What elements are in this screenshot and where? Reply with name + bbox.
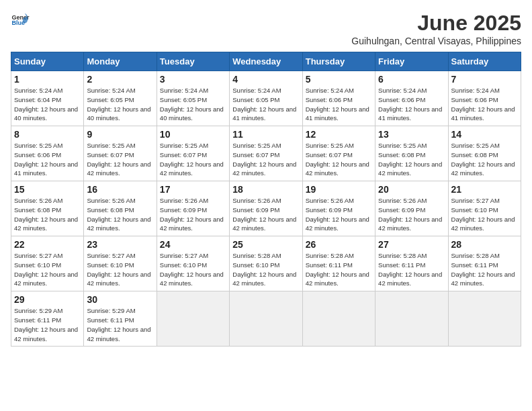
- day-number: 20: [378, 184, 445, 195]
- day-number: 3: [160, 74, 226, 85]
- col-monday: Monday: [84, 52, 157, 71]
- day-info: Sunrise: 5:25 AM Sunset: 6:06 PM Dayligh…: [14, 141, 81, 178]
- day-number: 18: [232, 184, 299, 195]
- calendar-cell: 21 Sunrise: 5:27 AM Sunset: 6:10 PM Dayl…: [448, 181, 521, 236]
- day-number: 4: [232, 74, 299, 85]
- day-number: 19: [306, 184, 372, 195]
- col-tuesday: Tuesday: [157, 52, 229, 71]
- week-row-1: 1 Sunrise: 5:24 AM Sunset: 6:04 PM Dayli…: [11, 71, 521, 126]
- calendar-cell: 2 Sunrise: 5:24 AM Sunset: 6:05 PM Dayli…: [84, 71, 157, 126]
- day-number: 22: [14, 239, 81, 250]
- day-info: Sunrise: 5:25 AM Sunset: 6:07 PM Dayligh…: [87, 141, 153, 178]
- day-number: 21: [451, 184, 518, 195]
- logo-icon: General Blue: [11, 11, 30, 30]
- calendar-cell: 11 Sunrise: 5:25 AM Sunset: 6:07 PM Dayl…: [230, 126, 302, 181]
- header-row: Sunday Monday Tuesday Wednesday Thursday…: [11, 52, 521, 71]
- calendar-cell: 7 Sunrise: 5:24 AM Sunset: 6:06 PM Dayli…: [448, 71, 521, 126]
- day-number: 8: [14, 129, 81, 140]
- calendar-cell: [157, 291, 229, 347]
- day-info: Sunrise: 5:26 AM Sunset: 6:08 PM Dayligh…: [14, 196, 81, 233]
- day-number: 2: [87, 74, 153, 85]
- day-number: 1: [14, 74, 81, 85]
- day-info: Sunrise: 5:25 AM Sunset: 6:08 PM Dayligh…: [378, 141, 445, 178]
- col-thursday: Thursday: [302, 52, 375, 71]
- calendar-cell: 3 Sunrise: 5:24 AM Sunset: 6:05 PM Dayli…: [157, 71, 229, 126]
- location-title: Guihulngan, Central Visayas, Philippines: [351, 36, 521, 46]
- day-info: Sunrise: 5:27 AM Sunset: 6:10 PM Dayligh…: [451, 196, 518, 233]
- day-number: 6: [378, 74, 445, 85]
- day-info: Sunrise: 5:26 AM Sunset: 6:09 PM Dayligh…: [306, 196, 372, 233]
- day-info: Sunrise: 5:27 AM Sunset: 6:10 PM Dayligh…: [87, 251, 153, 288]
- day-number: 30: [87, 294, 153, 305]
- day-info: Sunrise: 5:29 AM Sunset: 6:11 PM Dayligh…: [14, 306, 81, 343]
- day-info: Sunrise: 5:28 AM Sunset: 6:11 PM Dayligh…: [451, 251, 518, 288]
- col-wednesday: Wednesday: [230, 52, 302, 71]
- day-info: Sunrise: 5:26 AM Sunset: 6:09 PM Dayligh…: [160, 196, 226, 233]
- day-info: Sunrise: 5:26 AM Sunset: 6:08 PM Dayligh…: [87, 196, 153, 233]
- day-number: 25: [232, 239, 299, 250]
- calendar-cell: 19 Sunrise: 5:26 AM Sunset: 6:09 PM Dayl…: [302, 181, 375, 236]
- day-number: 5: [306, 74, 372, 85]
- calendar-cell: 26 Sunrise: 5:28 AM Sunset: 6:11 PM Dayl…: [302, 236, 375, 291]
- calendar-table: Sunday Monday Tuesday Wednesday Thursday…: [11, 52, 521, 347]
- day-info: Sunrise: 5:25 AM Sunset: 6:07 PM Dayligh…: [160, 141, 226, 178]
- calendar-cell: [230, 291, 302, 347]
- day-number: 16: [87, 184, 153, 195]
- day-info: Sunrise: 5:27 AM Sunset: 6:10 PM Dayligh…: [160, 251, 226, 288]
- day-info: Sunrise: 5:24 AM Sunset: 6:05 PM Dayligh…: [160, 86, 226, 123]
- calendar-cell: 23 Sunrise: 5:27 AM Sunset: 6:10 PM Dayl…: [84, 236, 157, 291]
- calendar-cell: 27 Sunrise: 5:28 AM Sunset: 6:11 PM Dayl…: [375, 236, 448, 291]
- day-info: Sunrise: 5:24 AM Sunset: 6:06 PM Dayligh…: [306, 86, 372, 123]
- title-area: June 2025 Guihulngan, Central Visayas, P…: [351, 11, 521, 46]
- day-number: 10: [160, 129, 226, 140]
- day-info: Sunrise: 5:24 AM Sunset: 6:06 PM Dayligh…: [451, 86, 518, 123]
- week-row-5: 29 Sunrise: 5:29 AM Sunset: 6:11 PM Dayl…: [11, 291, 521, 347]
- day-info: Sunrise: 5:28 AM Sunset: 6:11 PM Dayligh…: [306, 251, 372, 288]
- day-info: Sunrise: 5:24 AM Sunset: 6:04 PM Dayligh…: [14, 86, 81, 123]
- calendar-cell: 15 Sunrise: 5:26 AM Sunset: 6:08 PM Dayl…: [11, 181, 84, 236]
- calendar-cell: 20 Sunrise: 5:26 AM Sunset: 6:09 PM Dayl…: [375, 181, 448, 236]
- calendar-cell: 29 Sunrise: 5:29 AM Sunset: 6:11 PM Dayl…: [11, 291, 84, 347]
- day-info: Sunrise: 5:25 AM Sunset: 6:07 PM Dayligh…: [232, 141, 299, 178]
- calendar-cell: [375, 291, 448, 347]
- calendar-cell: 12 Sunrise: 5:25 AM Sunset: 6:07 PM Dayl…: [302, 126, 375, 181]
- day-number: 9: [87, 129, 153, 140]
- day-info: Sunrise: 5:24 AM Sunset: 6:05 PM Dayligh…: [87, 86, 153, 123]
- day-info: Sunrise: 5:24 AM Sunset: 6:06 PM Dayligh…: [378, 86, 445, 123]
- calendar-cell: 13 Sunrise: 5:25 AM Sunset: 6:08 PM Dayl…: [375, 126, 448, 181]
- day-info: Sunrise: 5:26 AM Sunset: 6:09 PM Dayligh…: [378, 196, 445, 233]
- day-number: 28: [451, 239, 518, 250]
- calendar-cell: 30 Sunrise: 5:29 AM Sunset: 6:11 PM Dayl…: [84, 291, 157, 347]
- day-number: 17: [160, 184, 226, 195]
- calendar-cell: 14 Sunrise: 5:25 AM Sunset: 6:08 PM Dayl…: [448, 126, 521, 181]
- day-info: Sunrise: 5:26 AM Sunset: 6:09 PM Dayligh…: [232, 196, 299, 233]
- day-info: Sunrise: 5:25 AM Sunset: 6:07 PM Dayligh…: [306, 141, 372, 178]
- day-number: 27: [378, 239, 445, 250]
- calendar-cell: 24 Sunrise: 5:27 AM Sunset: 6:10 PM Dayl…: [157, 236, 229, 291]
- calendar-cell: 5 Sunrise: 5:24 AM Sunset: 6:06 PM Dayli…: [302, 71, 375, 126]
- day-number: 13: [378, 129, 445, 140]
- day-number: 14: [451, 129, 518, 140]
- month-title: June 2025: [351, 11, 521, 36]
- calendar-cell: 22 Sunrise: 5:27 AM Sunset: 6:10 PM Dayl…: [11, 236, 84, 291]
- calendar-cell: 6 Sunrise: 5:24 AM Sunset: 6:06 PM Dayli…: [375, 71, 448, 126]
- day-number: 15: [14, 184, 81, 195]
- day-info: Sunrise: 5:28 AM Sunset: 6:11 PM Dayligh…: [378, 251, 445, 288]
- day-number: 26: [306, 239, 372, 250]
- day-info: Sunrise: 5:28 AM Sunset: 6:10 PM Dayligh…: [232, 251, 299, 288]
- calendar-cell: 1 Sunrise: 5:24 AM Sunset: 6:04 PM Dayli…: [11, 71, 84, 126]
- day-number: 29: [14, 294, 81, 305]
- calendar-cell: 25 Sunrise: 5:28 AM Sunset: 6:10 PM Dayl…: [230, 236, 302, 291]
- calendar-cell: 10 Sunrise: 5:25 AM Sunset: 6:07 PM Dayl…: [157, 126, 229, 181]
- day-info: Sunrise: 5:24 AM Sunset: 6:05 PM Dayligh…: [232, 86, 299, 123]
- week-row-2: 8 Sunrise: 5:25 AM Sunset: 6:06 PM Dayli…: [11, 126, 521, 181]
- col-sunday: Sunday: [11, 52, 84, 71]
- calendar-cell: 17 Sunrise: 5:26 AM Sunset: 6:09 PM Dayl…: [157, 181, 229, 236]
- calendar-cell: 28 Sunrise: 5:28 AM Sunset: 6:11 PM Dayl…: [448, 236, 521, 291]
- header: General Blue June 2025 Guihulngan, Centr…: [11, 11, 521, 46]
- day-number: 23: [87, 239, 153, 250]
- day-number: 12: [306, 129, 372, 140]
- col-friday: Friday: [375, 52, 448, 71]
- calendar-cell: 4 Sunrise: 5:24 AM Sunset: 6:05 PM Dayli…: [230, 71, 302, 126]
- day-number: 11: [232, 129, 299, 140]
